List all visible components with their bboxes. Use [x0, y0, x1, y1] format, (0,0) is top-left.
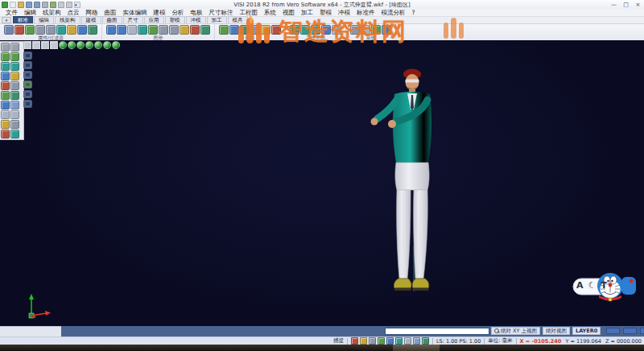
menu-item-18[interactable]: 模流分析: [378, 9, 409, 16]
zoom-out-icon[interactable]: [23, 71, 32, 79]
midpoint-snap-icon[interactable]: [369, 337, 376, 345]
shaded-mode-icon[interactable]: [148, 25, 158, 35]
measure-icon[interactable]: [10, 130, 19, 138]
customize-dropdown-icon[interactable]: ▾: [74, 2, 80, 8]
selection-mask-icon[interactable]: [67, 25, 76, 35]
menu-item-13[interactable]: 视图: [279, 9, 298, 16]
menu-item-11[interactable]: 工程图: [237, 9, 262, 16]
line-type-icon[interactable]: [35, 25, 45, 35]
rotate-view-icon[interactable]: [138, 25, 147, 35]
tab-modeling[interactable]: 建模: [81, 16, 101, 23]
app-icon[interactable]: [2, 2, 8, 8]
help-icon[interactable]: [382, 25, 391, 35]
ime-toolbar[interactable]: A☾T: [572, 269, 638, 303]
graphics-viewport[interactable]: A☾T: [0, 40, 644, 326]
layer-filter-icon[interactable]: [25, 25, 35, 35]
wireframe-mode-icon[interactable]: [159, 25, 168, 35]
paint-properties-icon[interactable]: [88, 25, 97, 35]
menu-item-12[interactable]: 系统: [261, 9, 279, 16]
tab-machining[interactable]: 加工: [207, 16, 227, 23]
tab-dimension[interactable]: 尺寸: [123, 16, 143, 23]
scale-icon[interactable]: [1, 120, 10, 129]
quadrant-snap-icon[interactable]: [386, 337, 394, 345]
macro-icon[interactable]: [371, 25, 381, 35]
toolbar-dropdown-icon[interactable]: ▾: [2, 17, 11, 23]
tangent-snap-icon[interactable]: [404, 337, 411, 345]
snap-label[interactable]: 捕捉: [333, 337, 344, 345]
rotate-icon[interactable]: [10, 110, 19, 119]
spline-icon[interactable]: [1, 62, 10, 71]
layer-color-icon[interactable]: [271, 25, 281, 35]
zoom-fit-icon[interactable]: [106, 25, 116, 35]
menu-item-8[interactable]: 分析: [169, 9, 188, 16]
close-view-icon[interactable]: [50, 41, 58, 49]
workplane-xz-icon[interactable]: [300, 25, 310, 35]
menu-item-19[interactable]: ?: [409, 9, 419, 16]
menu-item-15[interactable]: 塑模: [316, 9, 335, 16]
menu-item-7[interactable]: 建模: [151, 9, 169, 16]
extend-icon[interactable]: [10, 81, 19, 90]
fit-view-icon[interactable]: [23, 81, 32, 89]
new-layer-icon[interactable]: [229, 25, 239, 35]
restore-button[interactable]: □: [620, 1, 632, 9]
close-button[interactable]: ×: [632, 1, 644, 9]
hide-entities-icon[interactable]: [190, 25, 200, 35]
restore-view-icon[interactable]: [23, 41, 31, 49]
hidden-line-icon[interactable]: [169, 25, 179, 35]
tile-views-icon[interactable]: [41, 41, 49, 49]
import-icon[interactable]: [50, 2, 56, 8]
workplane-reset-icon[interactable]: [332, 25, 341, 35]
top-view-icon[interactable]: [68, 41, 76, 49]
tab-application[interactable]: 应用: [144, 16, 164, 23]
attribute-properties-icon[interactable]: [4, 25, 14, 35]
menu-item-14[interactable]: 加工: [298, 9, 316, 16]
quick-select-icon[interactable]: [77, 25, 87, 35]
copy-icon[interactable]: [10, 120, 19, 129]
set-current-layer-icon[interactable]: [261, 25, 270, 35]
nearest-snap-icon[interactable]: [422, 337, 429, 345]
menu-item-1[interactable]: 编辑: [21, 9, 39, 16]
redo-icon[interactable]: [66, 2, 72, 8]
taskbar-active-item[interactable]: [393, 345, 440, 351]
menu-item-9[interactable]: 电极: [188, 9, 206, 16]
layer-on-icon[interactable]: [240, 25, 250, 35]
menu-item-5[interactable]: 曲面: [101, 9, 120, 16]
menu-item-17[interactable]: 标准件: [353, 9, 378, 16]
ime-mode-letter[interactable]: A: [576, 280, 584, 291]
tab-wireframe[interactable]: 线架构: [55, 16, 80, 23]
active-layer-indicator[interactable]: LAYER0: [572, 327, 601, 335]
tab-progress[interactable]: 冲模: [186, 16, 206, 23]
sketch-icon[interactable]: [10, 72, 19, 81]
delete-icon[interactable]: [1, 130, 10, 138]
menu-item-2[interactable]: 线架构: [39, 9, 64, 16]
surface-icon[interactable]: [10, 62, 19, 71]
mirror-icon[interactable]: [10, 101, 19, 109]
menu-item-10[interactable]: 尺寸标注: [206, 9, 237, 16]
intersection-snap-icon[interactable]: [395, 337, 402, 345]
fillet-icon[interactable]: [1, 91, 10, 100]
point-icon[interactable]: [1, 43, 10, 52]
tab-surface[interactable]: 曲面: [102, 16, 122, 23]
dynamic-view-icon[interactable]: [112, 41, 120, 49]
tab-standard[interactable]: 标准: [13, 16, 33, 23]
line-weight-icon[interactable]: [46, 25, 56, 35]
zoom-in-icon[interactable]: [23, 61, 32, 69]
print-icon[interactable]: [42, 2, 48, 8]
center-snap-icon[interactable]: [378, 337, 385, 345]
layer-off-icon[interactable]: [250, 25, 260, 35]
minimize-button[interactable]: —: [608, 1, 620, 9]
pan-icon[interactable]: [127, 25, 137, 35]
solid-icon[interactable]: [1, 72, 10, 81]
move-icon[interactable]: [1, 110, 10, 119]
trim-icon[interactable]: [1, 81, 10, 90]
entity-filter-icon[interactable]: [56, 25, 66, 35]
select-mode-icon[interactable]: [23, 52, 32, 60]
menu-item-16[interactable]: 冲模: [335, 9, 353, 16]
show-all-icon[interactable]: [180, 25, 189, 35]
zoom-window-icon[interactable]: [117, 25, 126, 35]
right-view-icon[interactable]: [85, 41, 93, 49]
rotate-mode-icon[interactable]: [23, 100, 32, 108]
refresh-view-icon[interactable]: [200, 25, 210, 35]
units-indicator[interactable]: 单位: 毫米: [488, 337, 512, 345]
arc-icon[interactable]: [1, 52, 10, 61]
